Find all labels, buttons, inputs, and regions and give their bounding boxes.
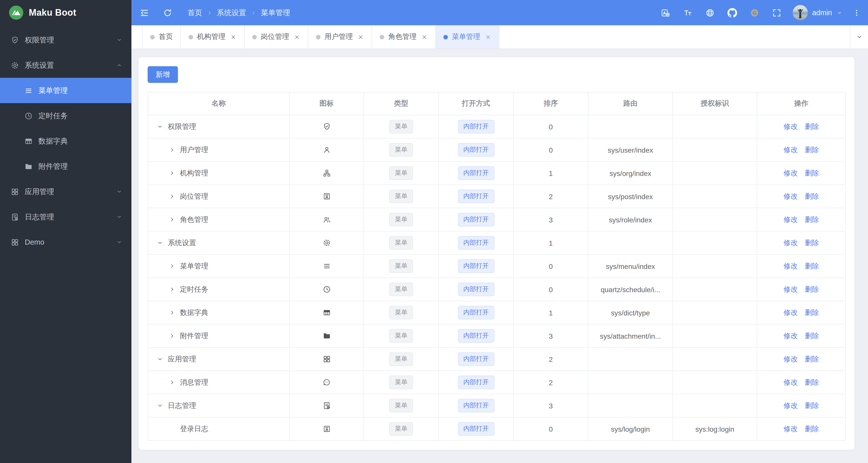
chevron-down-icon[interactable] [157, 240, 163, 246]
chevron-right-icon[interactable] [169, 216, 176, 223]
delete-link[interactable]: 删除 [805, 168, 819, 177]
close-icon[interactable] [358, 34, 364, 40]
globe-icon[interactable] [705, 8, 715, 18]
edit-link[interactable]: 修改 [783, 261, 798, 270]
chevron-right-icon[interactable] [169, 379, 176, 385]
delete-link[interactable]: 删除 [805, 424, 819, 432]
chevron-right-icon[interactable] [169, 309, 176, 316]
grid-icon [11, 187, 19, 196]
sidebar-item-menu-management[interactable]: 菜单管理 [0, 78, 131, 103]
edit-link[interactable]: 修改 [783, 354, 798, 363]
cell-name: 菜单管理 [148, 254, 289, 278]
edit-link[interactable]: 修改 [783, 215, 798, 223]
delete-link[interactable]: 删除 [805, 401, 819, 409]
edit-link[interactable]: 修改 [783, 378, 798, 386]
tab-org-management[interactable]: 机构管理 [181, 25, 245, 49]
sidebar-item-app-management[interactable]: 应用管理 [0, 179, 131, 204]
app-window: Maku Boot 权限管理系统设置菜单管理定时任务数据字典附件管理应用管理日志… [0, 0, 868, 463]
chevron-down-icon[interactable] [157, 402, 163, 409]
kebab-menu-icon[interactable] [852, 8, 861, 17]
sidebar-item-log-management[interactable]: 日志管理 [0, 204, 131, 229]
chevron-right-icon[interactable] [169, 286, 176, 292]
tab-overflow-button[interactable] [850, 25, 868, 49]
sidebar-item-permission-management[interactable]: 权限管理 [0, 27, 131, 53]
edit-link[interactable]: 修改 [783, 424, 798, 432]
tab-home[interactable]: 首页 [142, 25, 181, 49]
sidebar-item-data-dictionary[interactable]: 数据字典 [0, 128, 131, 154]
name-cell-content: 日志管理 [148, 401, 289, 410]
close-icon[interactable] [230, 34, 237, 40]
cell-name: 机构管理 [148, 161, 289, 185]
delete-link[interactable]: 删除 [805, 285, 819, 293]
github-icon[interactable] [727, 8, 737, 18]
type-tag: 菜单 [389, 166, 413, 180]
avatar[interactable] [793, 5, 808, 20]
breadcrumb-item[interactable]: 首页 [188, 8, 202, 18]
delete-link[interactable]: 删除 [805, 378, 819, 386]
delete-link[interactable]: 删除 [805, 308, 819, 316]
refresh-icon[interactable] [163, 8, 173, 18]
delete-link[interactable]: 删除 [805, 354, 819, 363]
tab-label: 角色管理 [388, 32, 416, 41]
edit-link[interactable]: 修改 [783, 401, 798, 409]
clock-icon [24, 112, 33, 120]
delete-link[interactable]: 删除 [805, 145, 819, 153]
chevron-right-icon[interactable] [169, 147, 176, 153]
translate-icon[interactable] [660, 8, 670, 18]
gitee-icon[interactable]: G [749, 8, 759, 18]
close-icon[interactable] [294, 34, 300, 40]
cell-open-mode: 内部打开 [439, 115, 514, 138]
tab-user-management[interactable]: 用户管理 [308, 25, 372, 49]
main-area: 首页系统设置菜单管理 G admin 首页机构管理岗位管理用户管理角色管理菜单管… [131, 0, 868, 463]
tab-menu-management[interactable]: 菜单管理 [436, 25, 499, 49]
menu-collapse-icon[interactable] [140, 8, 149, 18]
edit-link[interactable]: 修改 [783, 308, 798, 316]
edit-link[interactable]: 修改 [783, 122, 798, 130]
sidebar-item-attachment-management[interactable]: 附件管理 [0, 154, 131, 179]
delete-link[interactable]: 删除 [805, 261, 819, 270]
tab-dot [252, 35, 257, 39]
chevron-down-icon[interactable] [157, 123, 163, 130]
breadcrumb-item[interactable]: 系统设置 [217, 8, 246, 18]
edit-link[interactable]: 修改 [783, 192, 798, 200]
close-icon[interactable] [485, 34, 491, 40]
open-mode-tag: 内部打开 [458, 236, 494, 250]
cell-permission [673, 347, 757, 371]
edit-link[interactable]: 修改 [783, 331, 798, 339]
sidebar-item-scheduled-tasks[interactable]: 定时任务 [0, 103, 131, 128]
breadcrumb-item[interactable]: 菜单管理 [261, 8, 290, 18]
delete-link[interactable]: 删除 [805, 238, 819, 246]
menu-lines-icon [24, 86, 33, 95]
edit-link[interactable]: 修改 [783, 145, 798, 153]
chevron-right-icon[interactable] [169, 193, 176, 199]
cell-actions: 修改删除 [757, 394, 845, 417]
cell-icon [289, 371, 364, 394]
chevron-right-icon[interactable] [169, 263, 176, 270]
chevron-right-icon[interactable] [169, 333, 176, 339]
sidebar-item-demo[interactable]: Demo [0, 229, 131, 255]
delete-link[interactable]: 删除 [805, 192, 819, 200]
font-size-icon[interactable] [683, 8, 692, 18]
edit-link[interactable]: 修改 [783, 285, 798, 293]
delete-link[interactable]: 删除 [805, 331, 819, 339]
cell-open-mode: 内部打开 [439, 347, 514, 371]
cell-sort: 2 [514, 347, 588, 371]
chevron-right-icon[interactable] [169, 170, 176, 177]
sidebar-item-label: 定时任务 [38, 111, 122, 121]
chevron-down-icon[interactable] [157, 356, 163, 363]
fullscreen-icon[interactable] [772, 8, 781, 18]
brand[interactable]: Maku Boot [0, 0, 131, 25]
user-menu[interactable]: admin [793, 5, 842, 20]
tab-role-management[interactable]: 角色管理 [372, 25, 436, 49]
edit-link[interactable]: 修改 [783, 238, 798, 246]
edit-link[interactable]: 修改 [783, 168, 798, 177]
cell-route: sys/attachment/in... [588, 324, 673, 347]
delete-link[interactable]: 删除 [805, 122, 819, 130]
log-doc-icon [11, 213, 19, 221]
sidebar-item-system-settings[interactable]: 系统设置 [0, 53, 131, 78]
add-button[interactable]: 新增 [148, 66, 178, 83]
close-icon[interactable] [421, 34, 428, 40]
tab-post-management[interactable]: 岗位管理 [245, 25, 308, 49]
delete-link[interactable]: 删除 [805, 215, 819, 223]
chevron-right-icon [251, 10, 256, 16]
